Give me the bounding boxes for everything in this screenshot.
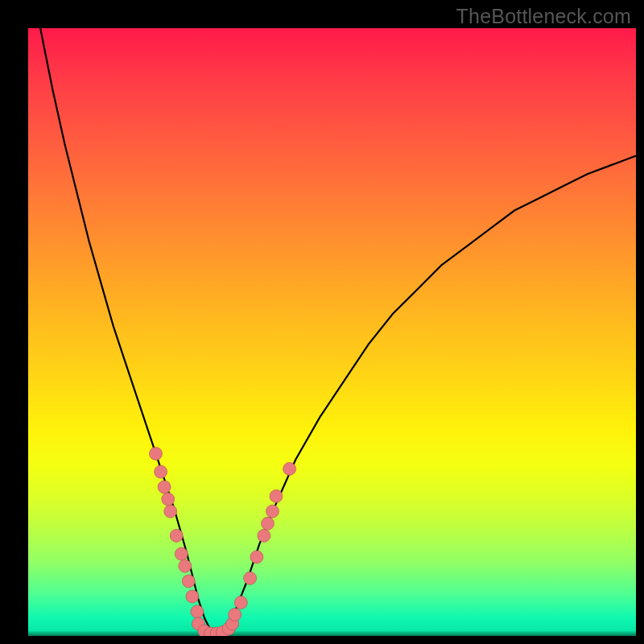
data-point [250,551,263,564]
plot-area [28,28,636,636]
data-point [258,529,270,542]
watermark-text: TheBottleneck.com [456,5,631,28]
data-point [155,465,167,478]
data-point [186,590,199,603]
data-point [283,462,296,475]
chart-svg [28,28,636,636]
data-point [170,529,183,542]
data-point [229,609,242,621]
data-point [150,448,163,460]
data-point [234,597,247,609]
data-point [164,505,177,518]
data-point [262,517,275,530]
data-point [179,559,192,572]
bottleneck-curve-line [28,28,636,636]
data-point [158,481,171,493]
data-point [270,489,283,502]
data-point [191,605,204,618]
data-point [175,547,188,560]
data-point [182,575,195,588]
data-point [162,493,175,506]
data-point-group [150,448,296,637]
chart-stage: TheBottleneck.com [0,0,644,644]
data-point [244,572,257,584]
data-point [266,505,279,518]
